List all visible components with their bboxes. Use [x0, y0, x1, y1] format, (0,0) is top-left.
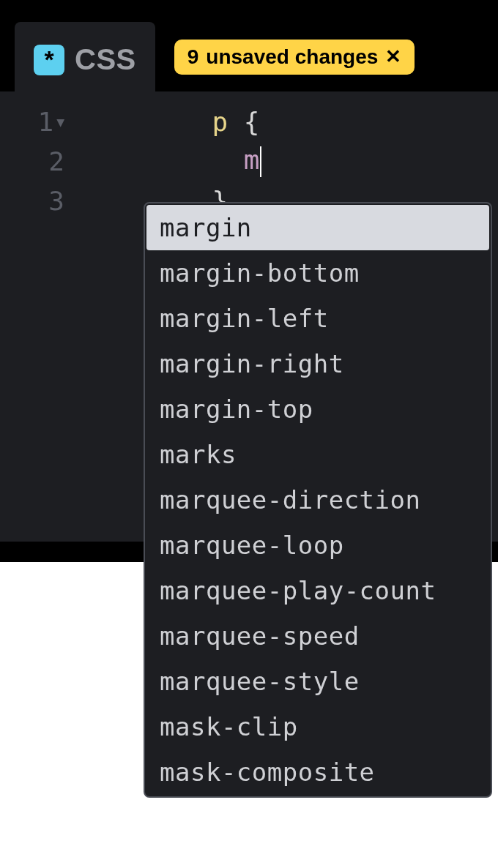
tab-label: CSS — [75, 43, 136, 76]
line-number: 1 ▼ — [0, 107, 70, 137]
line-number: 2 — [0, 146, 70, 176]
top-bar — [0, 0, 498, 22]
unsaved-count: 9 — [187, 45, 199, 69]
chevron-down-icon[interactable]: ▼ — [56, 114, 64, 130]
autocomplete-item[interactable]: marquee-speed — [146, 613, 489, 659]
close-icon[interactable]: ✕ — [385, 45, 401, 68]
autocomplete-item[interactable]: margin — [146, 205, 489, 250]
autocomplete-item[interactable]: margin-right — [146, 341, 489, 386]
autocomplete-popup[interactable]: marginmargin-bottommargin-leftmargin-rig… — [144, 202, 492, 798]
autocomplete-item[interactable]: marquee-style — [146, 659, 489, 704]
autocomplete-item[interactable]: margin-bottom — [146, 250, 489, 296]
css-property-partial: m — [244, 145, 260, 175]
autocomplete-item[interactable]: marks — [146, 432, 489, 477]
code-editor[interactable]: 1 ▼ p { 2 m 3 } — [0, 91, 498, 220]
autocomplete-item[interactable]: margin-left — [146, 296, 489, 341]
autocomplete-item[interactable]: mask-composite — [146, 749, 489, 795]
text-cursor — [260, 146, 261, 177]
autocomplete-item[interactable]: marquee-direction — [146, 477, 489, 523]
autocomplete-item[interactable]: margin-top — [146, 386, 489, 432]
tab-icon-glyph: * — [44, 45, 53, 74]
autocomplete-item[interactable]: marquee-loop — [146, 523, 489, 568]
unsaved-text: unsaved changes — [206, 45, 378, 69]
unsaved-changes-badge[interactable]: 9 unsaved changes ✕ — [174, 40, 415, 75]
asterisk-icon: * — [34, 45, 64, 75]
autocomplete-item[interactable]: mask-clip — [146, 704, 489, 749]
line-number: 3 — [0, 186, 70, 216]
autocomplete-item[interactable]: marquee-play-count — [146, 568, 489, 613]
